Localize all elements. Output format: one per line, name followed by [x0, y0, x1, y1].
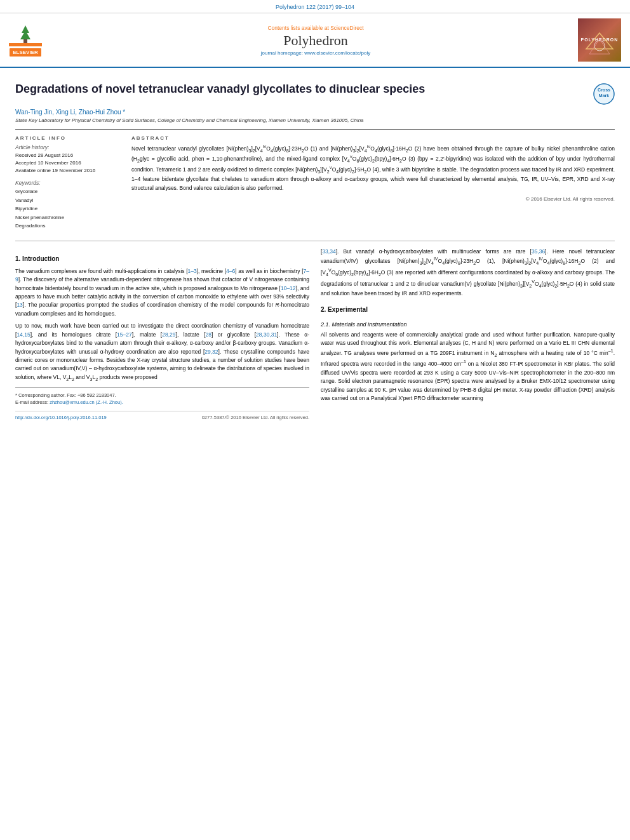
contents-available-text: Contents lists available at ScienceDirec…: [62, 25, 569, 31]
journal-header: ELSEVIER Contents lists available at Sci…: [0, 13, 630, 68]
ref-29-32[interactable]: 29,32: [204, 349, 218, 355]
article-info-column: ARTICLE INFO Article history: Received 2…: [15, 135, 120, 230]
abstract-column: ABSTRACT Novel tetranuclear vanadyl glyc…: [131, 135, 615, 230]
body-column-right: [33,34]. But vanadyl α-hydroxycarboxylat…: [321, 248, 615, 424]
ref-4-6[interactable]: 4–6: [226, 268, 235, 274]
corresponding-footnote: * Corresponding author. Fax: +86 592 218…: [15, 392, 309, 399]
crossmark-icon[interactable]: Cross Mark: [593, 83, 615, 105]
ref-35-36[interactable]: 35,36: [532, 248, 545, 255]
doi-bar: http://dx.doi.org/10.1016/j.poly.2016.11…: [15, 411, 309, 424]
keyword-5: Degradations: [15, 222, 120, 230]
section2-heading: 2. Experimental: [321, 305, 615, 315]
article-container: Degradations of novel tetranuclear vanad…: [0, 68, 630, 437]
issn-text: 0277-5387/© 2016 Elsevier Ltd. All right…: [202, 414, 309, 422]
experimental-paragraph-1: All solvents and reagents were of commer…: [321, 331, 615, 403]
ref-14-15[interactable]: 14,15: [17, 331, 30, 338]
ref-28b[interactable]: 28: [206, 331, 211, 338]
ref-7-9[interactable]: 7–9: [15, 268, 309, 283]
keyword-3: Bipyridine: [15, 204, 120, 213]
keyword-2: Vanadyl: [15, 196, 120, 205]
journal-homepage: journal homepage: www.elsevier.com/locat…: [62, 50, 569, 56]
svg-text:Mark: Mark: [599, 93, 609, 98]
body-section: 1. Introduction The vanadium complexes a…: [15, 241, 615, 424]
svg-marker-2: [20, 30, 30, 39]
section1-heading: 1. Introduction: [15, 254, 309, 264]
journal-reference-bar: Polyhedron 122 (2017) 99–104: [0, 0, 630, 13]
elsevier-logo: ELSEVIER: [9, 24, 53, 57]
accepted-date: Accepted 10 November 2016: [15, 159, 120, 167]
svg-rect-0: [9, 43, 42, 46]
article-info-label: ARTICLE INFO: [15, 135, 120, 141]
copyright-text: © 2016 Elsevier Ltd. All rights reserved…: [131, 196, 615, 202]
footnote-area: * Corresponding author. Fax: +86 592 218…: [15, 387, 309, 406]
keywords-block: Keywords: Glycollate Vanadyl Bipyridine …: [15, 180, 120, 230]
journal-reference-text: Polyhedron 122 (2017) 99–104: [276, 4, 354, 10]
elsevier-tree-icon: [9, 24, 42, 48]
ref-10-12[interactable]: 10–12: [281, 285, 296, 291]
article-info-abstract-section: ARTICLE INFO Article history: Received 2…: [15, 130, 615, 230]
svg-text:Cross: Cross: [598, 88, 610, 92]
authors-text: Wan-Ting Jin, Xing Li, Zhao-Hui Zhou *: [15, 109, 615, 116]
body-column-left: 1. Introduction The vanadium complexes a…: [15, 248, 309, 424]
svg-rect-3: [23, 39, 27, 43]
affiliation-text: State Key Laboratory for Physical Chemis…: [15, 117, 615, 123]
article-history-label: Article history:: [15, 144, 120, 150]
keyword-1: Glycollate: [15, 187, 120, 196]
ref-15-27[interactable]: 15–27: [117, 331, 132, 338]
section2-subheading: 2.1. Materials and instrumentation: [321, 320, 615, 329]
article-title-text: Degradations of novel tetranuclear vanad…: [15, 82, 587, 97]
keywords-label: Keywords:: [15, 180, 120, 186]
journal-center-info: Contents lists available at ScienceDirec…: [62, 25, 569, 56]
ref-13[interactable]: 13: [17, 302, 22, 308]
intro-paragraph-1: The vanadium complexes are found with mu…: [15, 267, 309, 319]
doi-link[interactable]: http://dx.doi.org/10.1016/j.poly.2016.11…: [15, 414, 107, 422]
journal-cover-image: POLYHEDRON: [578, 18, 621, 62]
ref-28-30-31[interactable]: 28,30,31: [256, 331, 277, 338]
article-history-block: Article history: Received 28 August 2016…: [15, 144, 120, 175]
abstract-text: Novel tetranuclear vanadyl glycollates […: [131, 144, 615, 192]
available-date: Available online 19 November 2016: [15, 167, 120, 175]
journal-title: Polyhedron: [62, 32, 569, 49]
intro-paragraph-3: [33,34]. But vanadyl α-hydroxycarboxylat…: [321, 248, 615, 298]
article-history-dates: Received 28 August 2016 Accepted 10 Nove…: [15, 152, 120, 175]
intro-paragraph-2: Up to now, much work have been carried o…: [15, 322, 309, 383]
elsevier-badge: ELSEVIER: [10, 48, 41, 57]
keywords-list: Glycollate Vanadyl Bipyridine Nickel phe…: [15, 187, 120, 230]
keyword-4: Nickel phenanthroline: [15, 213, 120, 222]
ref-33-34[interactable]: 33,34: [322, 248, 335, 255]
ref-1-3[interactable]: 1–3: [188, 268, 197, 274]
cary-instrument-text: Cary: [461, 370, 473, 376]
cover-art-icon: [578, 30, 621, 62]
abstract-label: ABSTRACT: [131, 135, 615, 141]
article-title-row: Degradations of novel tetranuclear vanad…: [15, 82, 615, 105]
ref-28-29[interactable]: 28,29: [162, 331, 175, 338]
received-date: Received 28 August 2016: [15, 152, 120, 159]
email-footnote: E-mail address: zhzhou@xmu.edu.cn (Z.-H.…: [15, 399, 309, 406]
